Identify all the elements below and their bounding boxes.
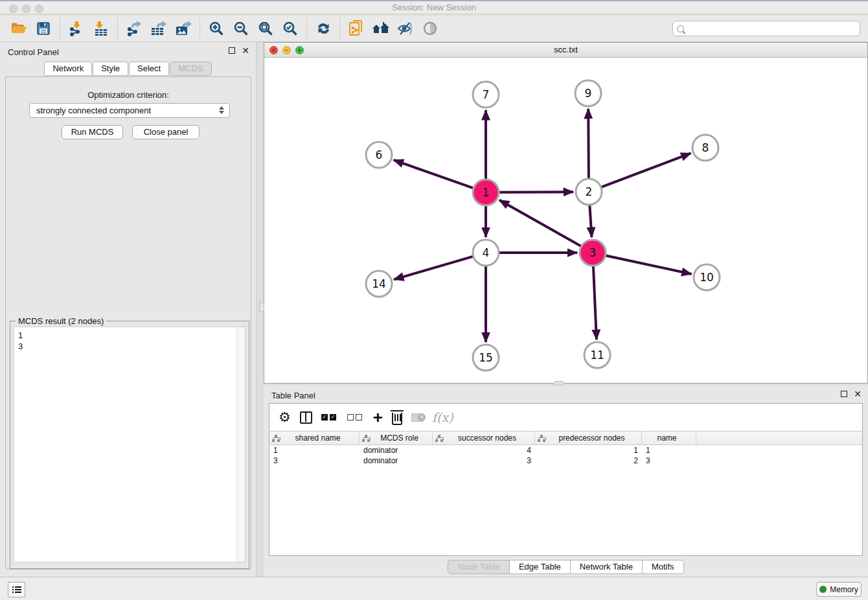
hide-details-icon[interactable] <box>393 17 418 40</box>
select-stepper-icon <box>219 106 224 114</box>
import-table-icon[interactable] <box>89 17 113 40</box>
table-cell[interactable]: dominator <box>360 456 433 466</box>
column-header-successor-nodes[interactable]: successor nodes <box>433 432 535 444</box>
zoom-fit-icon[interactable] <box>253 17 278 40</box>
window-titlebar: Session: New Session <box>0 0 868 14</box>
export-image-icon[interactable] <box>171 17 196 40</box>
table-cell[interactable]: 3 <box>433 456 535 466</box>
mcds-result-list[interactable]: 1 3 <box>14 327 246 562</box>
delete-column-icon[interactable] <box>392 413 402 425</box>
table-panel: Table Panel ✕ ⚙ ✓✓ + f(x) shared nameMCD… <box>264 386 868 577</box>
table-cell[interactable]: dominator <box>360 445 433 456</box>
selected-option: strongly connected component <box>36 106 151 115</box>
close-window-icon[interactable] <box>9 5 17 13</box>
horizontal-splitter-grip[interactable] <box>554 381 564 386</box>
close-table-panel-icon[interactable]: ✕ <box>854 391 862 397</box>
network-window-titlebar[interactable]: ✕ − + scc.txt <box>264 43 867 58</box>
close-network-icon[interactable]: ✕ <box>269 46 278 54</box>
graph-canvas[interactable]: 7968124314101511 <box>264 58 867 383</box>
tab-mcds[interactable]: MCDS <box>170 62 211 76</box>
tab-style[interactable]: Style <box>93 62 128 76</box>
unselect-all-columns-icon[interactable] <box>347 414 364 421</box>
toolbar-separator <box>339 18 340 39</box>
minimize-window-icon[interactable] <box>22 5 30 13</box>
save-session-icon[interactable] <box>31 17 56 40</box>
edge-4-14[interactable] <box>394 257 473 279</box>
table-cell[interactable]: 1 <box>535 445 642 456</box>
optimization-criterion-select[interactable]: strongly connected component <box>29 103 230 118</box>
refresh-icon[interactable] <box>311 17 336 40</box>
column-header-name[interactable]: name <box>642 432 696 444</box>
column-header-predecessor-nodes[interactable]: predecessor nodes <box>535 432 642 444</box>
edge-2-3[interactable] <box>589 205 591 237</box>
table-cell[interactable]: 2 <box>535 456 642 466</box>
table-tab-bar: Node TableEdge TableNetwork TableMotifs <box>264 560 868 574</box>
edge-1-6[interactable] <box>394 160 474 188</box>
table-row[interactable]: 1dominator411 <box>269 445 862 456</box>
toolbar-separator <box>306 18 307 39</box>
node-label-7: 7 <box>483 88 490 101</box>
vertical-splitter-grip[interactable] <box>259 302 264 312</box>
first-neighbors-icon[interactable] <box>369 17 393 40</box>
table-settings-icon[interactable]: ⚙ <box>279 411 291 424</box>
table-cell[interactable]: 4 <box>433 445 535 456</box>
task-history-button[interactable] <box>8 582 25 597</box>
table-cell[interactable]: 3 <box>269 456 360 466</box>
run-mcds-button[interactable]: Run MCDS <box>62 125 123 139</box>
node-label-9: 9 <box>585 87 592 100</box>
window-controls[interactable] <box>9 4 48 16</box>
table-cell[interactable]: 1 <box>269 445 360 456</box>
tab-select[interactable]: Select <box>129 62 169 76</box>
zoom-network-icon[interactable]: + <box>295 46 304 54</box>
column-header-shared-name[interactable]: shared name <box>269 432 360 444</box>
maximize-window-icon[interactable] <box>35 5 43 13</box>
export-network-icon[interactable] <box>122 17 146 40</box>
table-cell[interactable]: 1 <box>642 445 696 456</box>
memory-button[interactable]: Memory <box>816 582 862 597</box>
table-cell[interactable]: 3 <box>642 456 696 466</box>
edge-2-9[interactable] <box>588 109 589 178</box>
close-panel-button[interactable]: Close panel <box>132 125 200 139</box>
mcds-result-items: 1 3 <box>14 327 245 352</box>
network-view-window: ✕ − + scc.txt 7968124314101511 <box>264 42 868 384</box>
zoom-selected-icon[interactable] <box>278 17 303 40</box>
edge-1-2[interactable] <box>499 192 573 192</box>
minimize-network-icon[interactable]: − <box>282 46 291 54</box>
tab-network-table[interactable]: Network Table <box>571 560 643 574</box>
edge-3-11[interactable] <box>593 266 597 340</box>
edge-2-8[interactable] <box>602 153 691 187</box>
zoom-in-icon[interactable] <box>204 17 229 40</box>
float-table-panel-icon[interactable] <box>841 391 847 397</box>
add-column-icon[interactable]: + <box>373 411 383 424</box>
show-details-icon[interactable] <box>418 17 442 40</box>
search-field[interactable] <box>672 21 860 36</box>
main-toolbar <box>0 16 868 42</box>
split-panel-icon[interactable] <box>300 411 312 424</box>
control-panel-title: Control Panel <box>8 47 59 57</box>
open-file-icon[interactable] <box>6 17 31 40</box>
control-panel: Control Panel ✕ NetworkStyleSelectMCDS O… <box>0 42 257 577</box>
edge-3-1[interactable] <box>499 200 581 246</box>
function-builder-icon: f(x) <box>432 410 453 424</box>
search-input[interactable] <box>684 24 860 33</box>
select-all-columns-icon[interactable]: ✓✓ <box>321 414 338 421</box>
table-toolbar: ⚙ ✓✓ + f(x) <box>269 404 862 431</box>
import-network-icon[interactable] <box>64 17 89 40</box>
close-panel-icon[interactable]: ✕ <box>242 47 249 54</box>
tab-node-table[interactable]: Node Table <box>448 560 510 574</box>
column-header-MCDS-role[interactable]: MCDS role <box>360 432 433 444</box>
float-panel-icon[interactable] <box>229 47 235 54</box>
table-panel-title: Table Panel <box>271 391 315 400</box>
node-label-3: 3 <box>589 246 597 259</box>
tab-edge-table[interactable]: Edge Table <box>510 560 571 574</box>
new-network-from-selection-icon[interactable] <box>344 17 369 40</box>
export-table-icon[interactable] <box>146 17 171 40</box>
tab-network[interactable]: Network <box>44 62 92 76</box>
edge-3-10[interactable] <box>606 255 692 274</box>
mcds-tab-content: Optimization criterion: strongly connect… <box>5 76 251 570</box>
zoom-out-icon[interactable] <box>229 17 253 40</box>
tab-motifs[interactable]: Motifs <box>643 560 684 574</box>
control-panel-header: Control Panel ✕ <box>0 42 256 62</box>
table-row[interactable]: 3dominator323 <box>269 456 862 466</box>
result-scrollbar[interactable] <box>236 327 245 562</box>
